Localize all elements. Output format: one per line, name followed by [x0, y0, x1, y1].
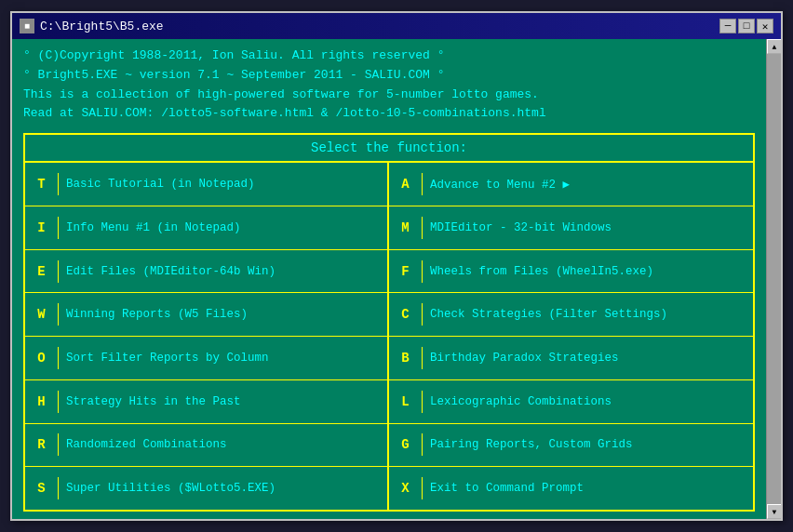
header-line1: ° (C)Copyright 1988-2011, Ion Saliu. All…: [23, 47, 755, 66]
window-icon: ■: [20, 19, 34, 33]
menu-label-right-x: Exit to Command Prompt: [423, 478, 753, 499]
title-bar: ■ C:\Bright5\B5.exe ─ □ ✕: [12, 13, 781, 39]
menu-row-right-m[interactable]: M MDIEditor - 32-bit Windows: [389, 206, 753, 250]
menu-label-right-m: MDIEditor - 32-bit Windows: [423, 218, 753, 238]
window-title: C:\Bright5\B5.exe: [40, 20, 164, 33]
menu-label-h: Strategy Hits in the Past: [59, 392, 387, 412]
menu-title: Select the function:: [25, 135, 753, 163]
menu-row-right-g[interactable]: G Pairing Reports, Custom Grids: [389, 424, 753, 468]
menu-label-right-l: Lexicographic Combinations: [423, 392, 753, 412]
menu-label-t: Basic Tutorial (in Notepad): [59, 174, 387, 194]
menu-key-right-l: L: [389, 391, 423, 413]
menu-label-right-g: Pairing Reports, Custom Grids: [423, 434, 753, 455]
vertical-scrollbar[interactable]: ▲ ▼: [766, 39, 781, 519]
menu-key-right-b: B: [389, 347, 423, 369]
menu-key-w: W: [25, 303, 59, 326]
menu-label-s: Super Utilities ($WLotto5.EXE): [59, 478, 387, 499]
menu-right: A Advance to Menu #2 ▶ M MDIEditor - 32-…: [389, 163, 753, 510]
scroll-down-button[interactable]: ▼: [767, 504, 781, 519]
menu-key-s: S: [25, 477, 59, 499]
menu-row-right-f[interactable]: F Wheels from Files (WheelIn5.exe): [389, 250, 753, 294]
menu-row-left-s[interactable]: S Super Utilities ($WLotto5.EXE): [25, 467, 387, 510]
menu-label-i: Info Menu #1 (in Notepad): [59, 218, 387, 238]
close-button[interactable]: ✕: [757, 19, 773, 33]
menu-row-right-c[interactable]: C Check Strategies (Filter Settings): [389, 293, 753, 337]
menu-key-right-x: X: [389, 477, 423, 499]
menu-label-right-c: Check Strategies (Filter Settings): [423, 304, 753, 325]
menu-label-right-b: Birthday Paradox Strategies: [423, 348, 753, 368]
menu-key-right-c: C: [389, 303, 423, 326]
menu-row-right-l[interactable]: L Lexicographic Combinations: [389, 380, 753, 424]
menu-key-right-g: G: [389, 433, 423, 456]
terminal-content: ° (C)Copyright 1988-2011, Ion Saliu. All…: [12, 39, 766, 519]
maximize-button[interactable]: □: [738, 19, 755, 33]
menu-key-right-m: M: [389, 217, 423, 239]
menu-key-h: H: [25, 391, 59, 413]
scroll-up-button[interactable]: ▲: [767, 39, 781, 54]
menu-label-r: Randomized Combinations: [59, 434, 387, 455]
menu-label-e: Edit Files (MDIEditor-64b Win): [59, 261, 387, 282]
title-buttons: ─ □ ✕: [719, 19, 773, 33]
menu-row-left-w[interactable]: W Winning Reports (W5 Files): [25, 293, 387, 337]
minimize-button[interactable]: ─: [719, 19, 736, 33]
menu-row-left-e[interactable]: E Edit Files (MDIEditor-64b Win): [25, 250, 387, 294]
menu-key-e: E: [25, 260, 59, 283]
menu-row-right-a[interactable]: A Advance to Menu #2 ▶: [389, 163, 753, 206]
menu-row-left-i[interactable]: I Info Menu #1 (in Notepad): [25, 206, 387, 250]
menu-label-o: Sort Filter Reports by Column: [59, 348, 387, 368]
menu-label-w: Winning Reports (W5 Files): [59, 304, 387, 325]
menu-key-r: R: [25, 433, 59, 456]
header-line4: Read at SALIU.COM: /lotto5-software.html…: [23, 104, 755, 124]
menu-row-right-x[interactable]: X Exit to Command Prompt: [389, 467, 753, 510]
menu-key-right-f: F: [389, 260, 423, 283]
menu-label-right-f: Wheels from Files (WheelIn5.exe): [423, 261, 753, 282]
menu-key-i: I: [25, 217, 59, 239]
menu-key-t: T: [25, 173, 59, 195]
header-section: ° (C)Copyright 1988-2011, Ion Saliu. All…: [23, 47, 755, 124]
menu-row-left-r[interactable]: R Randomized Combinations: [25, 424, 387, 468]
menu-row-left-t[interactable]: T Basic Tutorial (in Notepad): [25, 163, 387, 206]
menu-key-right-a: A: [389, 173, 423, 195]
menu-container: Select the function: T Basic Tutorial (i…: [23, 133, 755, 512]
menu-label-right-a: Advance to Menu #2 ▶: [423, 173, 753, 195]
menu-left: T Basic Tutorial (in Notepad) I Info Men…: [25, 163, 389, 510]
menu-grid: T Basic Tutorial (in Notepad) I Info Men…: [25, 163, 753, 510]
menu-row-left-h[interactable]: H Strategy Hits in the Past: [25, 380, 387, 424]
menu-row-right-b[interactable]: B Birthday Paradox Strategies: [389, 337, 753, 380]
scroll-track: [767, 54, 781, 504]
header-line2: ° Bright5.EXE ~ version 7.1 ~ September …: [23, 66, 755, 86]
menu-key-o: O: [25, 347, 59, 369]
header-line3: This is a collection of high-powered sof…: [23, 86, 755, 105]
menu-row-left-o[interactable]: O Sort Filter Reports by Column: [25, 337, 387, 380]
